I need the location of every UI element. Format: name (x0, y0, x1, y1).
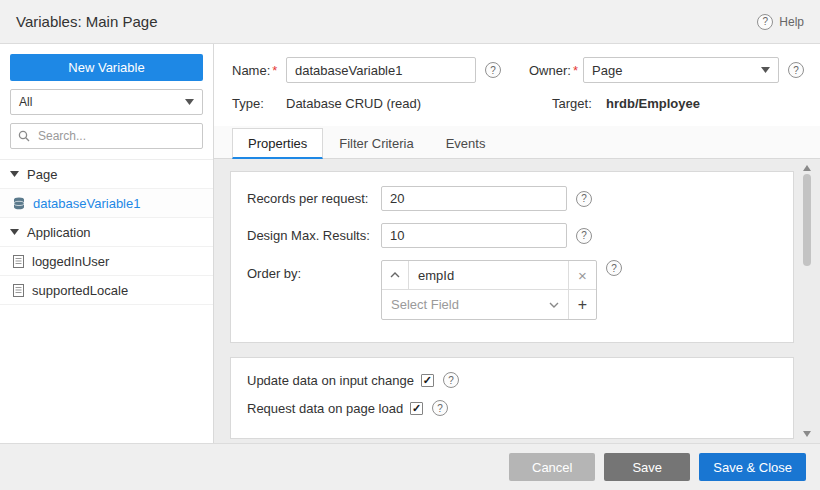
caret-down-icon (10, 229, 19, 235)
variables-dialog: Variables: Main Page ? Help New Variable… (0, 0, 820, 490)
select-field-placeholder: Select Field (391, 297, 459, 312)
page-title: Variables: Main Page (16, 13, 157, 30)
variable-icon (13, 255, 24, 268)
variables-sidebar: New Variable All Page databaseVariable (0, 44, 214, 443)
records-help-icon[interactable]: ? (576, 191, 592, 207)
caret-down-icon (10, 171, 19, 177)
add-order-field-button[interactable]: + (568, 290, 596, 319)
save-and-close-button[interactable]: Save & Close (699, 453, 806, 481)
caret-down-icon (185, 99, 194, 105)
request-on-load-label: Request data on page load (247, 401, 403, 416)
tree-item-label: databaseVariable1 (33, 196, 140, 211)
cancel-button[interactable]: Cancel (509, 453, 595, 481)
required-marker: * (272, 63, 277, 78)
target-value: hrdb/Employee (606, 96, 700, 111)
owner-value: Page (592, 63, 622, 78)
tree-group-application[interactable]: Application (0, 218, 213, 247)
tab-filter-criteria[interactable]: Filter Criteria (323, 128, 429, 159)
save-button[interactable]: Save (604, 453, 690, 481)
owner-dropdown[interactable]: Page (583, 57, 779, 83)
scroll-down-arrow-icon[interactable] (803, 431, 811, 437)
tree-item-supportedlocale[interactable]: supportedLocale (0, 276, 213, 305)
owner-help-icon[interactable]: ? (788, 62, 804, 78)
tree-item-label: loggedInUser (32, 254, 109, 269)
chevron-up-icon (390, 272, 400, 278)
update-on-input-label: Update data on input change (247, 373, 414, 388)
owner-label: Owner:* (529, 63, 583, 78)
name-input[interactable] (286, 57, 476, 83)
properties-tab-panel: Records per request: ? Design Max. Resul… (214, 159, 820, 443)
tree-group-page[interactable]: Page (0, 160, 213, 189)
update-on-input-help-icon[interactable]: ? (443, 372, 459, 388)
tab-properties[interactable]: Properties (232, 128, 323, 159)
name-help-icon[interactable]: ? (485, 62, 501, 78)
scrollbar-thumb[interactable] (803, 174, 811, 266)
sort-direction-button[interactable] (382, 261, 409, 289)
tab-events[interactable]: Events (430, 128, 502, 159)
variable-meta-form: Name:* ? Owner:* Page ? (214, 44, 820, 126)
editor-tabs: Properties Filter Criteria Events (214, 126, 820, 159)
order-field-value: empId (409, 268, 454, 283)
order-by-label: Order by: (247, 260, 381, 281)
records-per-request-label: Records per request: (247, 191, 381, 206)
help-icon: ? (757, 14, 773, 30)
variable-icon (13, 284, 24, 297)
dialog-header: Variables: Main Page ? Help (0, 0, 820, 44)
tree-item-label: supportedLocale (32, 283, 128, 298)
search-icon (18, 130, 30, 142)
search-input[interactable] (36, 128, 195, 144)
type-label: Type: (232, 96, 286, 111)
help-button[interactable]: ? Help (757, 14, 804, 30)
type-value: Database CRUD (read) (286, 96, 421, 111)
tree-item-databasevariable1[interactable]: databaseVariable1 (0, 189, 213, 218)
scroll-up-arrow-icon[interactable] (803, 165, 811, 171)
variable-filter-value: All (19, 95, 32, 109)
request-on-load-checkbox[interactable] (410, 402, 423, 415)
help-label: Help (779, 15, 804, 29)
chevron-down-icon (549, 302, 559, 308)
tree-group-label: Page (27, 167, 57, 182)
vertical-scrollbar[interactable] (800, 161, 814, 441)
variable-tree: Page databaseVariable1 Application logge… (0, 159, 213, 443)
variable-editor: Name:* ? Owner:* Page ? (214, 44, 820, 443)
variable-filter-dropdown[interactable]: All (10, 89, 203, 115)
tree-group-label: Application (27, 225, 91, 240)
records-per-request-input[interactable] (381, 186, 567, 211)
target-label: Target: (552, 96, 606, 111)
dialog-footer: Cancel Save Save & Close (0, 443, 820, 490)
required-marker: * (573, 63, 578, 78)
order-by-help-icon[interactable]: ? (606, 260, 622, 276)
design-max-results-input[interactable] (381, 223, 567, 248)
order-by-control: empId × Select Field + (381, 260, 597, 320)
variable-search (10, 123, 203, 149)
scrollbar-track[interactable] (803, 174, 811, 428)
database-variable-icon (13, 197, 25, 210)
tree-item-loggedinuser[interactable]: loggedInUser (0, 247, 213, 276)
name-label: Name:* (232, 63, 286, 78)
design-max-help-icon[interactable]: ? (576, 228, 592, 244)
update-on-input-checkbox[interactable] (421, 374, 434, 387)
data-options-panel: Records per request: ? Design Max. Resul… (230, 171, 794, 343)
behavior-panel: Update data on input change ? Request da… (230, 357, 794, 439)
remove-order-field-button[interactable]: × (568, 261, 596, 290)
request-on-load-help-icon[interactable]: ? (432, 400, 448, 416)
new-variable-button[interactable]: New Variable (10, 54, 203, 81)
select-field-dropdown[interactable]: Select Field (382, 290, 568, 319)
design-max-results-label: Design Max. Results: (247, 228, 381, 243)
caret-down-icon (761, 67, 770, 73)
